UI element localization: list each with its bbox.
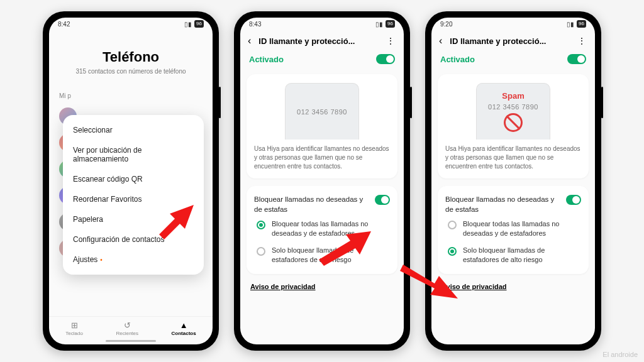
feature-description: Usa Hiya para identificar llamantes no d… — [445, 145, 581, 171]
more-button[interactable]: ⋮ — [382, 35, 399, 47]
contacts-count: 315 contactos con números de teléfono — [49, 68, 213, 75]
menu-settings[interactable]: Ajustes — [63, 250, 204, 270]
ban-icon — [504, 113, 523, 132]
status-bar: 8:43 ▯▮ 96 — [240, 18, 404, 30]
phone-mockup-2: 8:43 ▯▮ 96 ‹ ID llamante y protecció... … — [234, 11, 410, 351]
battery-icon: 96 — [194, 20, 204, 28]
more-button[interactable]: ⋮ — [574, 35, 590, 47]
contacts-icon: ▲ — [172, 321, 196, 330]
section-label: Mi p — [59, 92, 213, 99]
recents-icon: ↺ — [116, 321, 138, 330]
signal-icon: ▯▮ — [567, 21, 574, 28]
active-label: Activado — [440, 55, 475, 64]
phone-mockup-3: 9:20 ▯▮ 96 ‹ ID llamante y protecció... … — [425, 11, 601, 351]
signal-icon: ▯▮ — [184, 21, 192, 28]
radio-icon — [448, 221, 457, 229]
radio-icon — [448, 247, 457, 256]
block-title: Bloquear llamadas no deseadas y de estaf… — [254, 195, 370, 214]
master-toggle[interactable] — [567, 54, 586, 64]
signal-icon: ▯▮ — [375, 21, 383, 28]
page-title: ID llamante y protecció... — [450, 36, 569, 46]
privacy-notice-link[interactable]: Aviso de privacidad — [441, 283, 585, 290]
battery-icon: 96 — [577, 20, 586, 28]
mock-number: 012 3456 7890 — [488, 103, 538, 111]
option-block-all[interactable]: Bloquear todas las llamadas no deseadas … — [445, 214, 581, 241]
radio-icon — [257, 247, 265, 256]
nav-contacts[interactable]: ▲Contactos — [172, 321, 196, 336]
menu-scan-qr[interactable]: Escanear código QR — [63, 169, 204, 189]
status-bar: 9:20 ▯▮ 96 — [431, 18, 595, 30]
info-card: Spam 012 3456 7890 Usa Hiya para identif… — [438, 74, 589, 178]
phone-mockup-1: 8:42 ▯▮ 96 Teléfono 315 contactos con nú… — [43, 11, 219, 351]
status-time: 9:20 — [440, 21, 452, 28]
keypad-icon: ⊞ — [65, 321, 83, 330]
option-block-high-risk[interactable]: Solo bloquear llamadas de estafadores de… — [445, 241, 581, 267]
active-label: Activado — [249, 55, 284, 64]
overflow-menu: Seleccionar Ver por ubicación de almacen… — [63, 115, 204, 275]
bottom-nav: ⊞Teclado ↺Recientes ▲Contactos — [49, 316, 213, 339]
block-toggle[interactable] — [566, 195, 581, 205]
phone-illustration: 012 3456 7890 — [285, 83, 359, 140]
watermark: El androide — [602, 351, 638, 358]
battery-icon: 96 — [386, 20, 395, 28]
info-card: 012 3456 7890 Usa Hiya para identificar … — [247, 74, 397, 178]
app-title: Teléfono — [49, 49, 213, 65]
menu-reorder-favorites[interactable]: Reordenar Favoritos — [63, 189, 204, 209]
menu-contacts-settings[interactable]: Configuración de contactos — [63, 229, 204, 250]
block-title: Bloquear llamadas no deseadas y de estaf… — [445, 195, 561, 214]
menu-select[interactable]: Seleccionar — [63, 120, 204, 140]
menu-trash[interactable]: Papelera — [63, 209, 204, 229]
block-card: Bloquear llamadas no deseadas y de estaf… — [438, 186, 589, 274]
page-title: ID llamante y protecció... — [258, 36, 377, 46]
status-time: 8:43 — [249, 21, 261, 28]
privacy-notice-link[interactable]: Aviso de privacidad — [250, 283, 394, 290]
block-toggle[interactable] — [375, 195, 390, 205]
status-bar: 8:42 ▯▮ 96 — [49, 18, 213, 30]
spam-label: Spam — [502, 91, 524, 101]
mock-number: 012 3456 7890 — [297, 108, 347, 116]
back-button[interactable]: ‹ — [436, 34, 445, 48]
menu-storage-location[interactable]: Ver por ubicación de almacenamiento — [63, 140, 204, 169]
nav-keypad[interactable]: ⊞Teclado — [65, 321, 83, 336]
feature-description: Usa Hiya para identificar llamantes no d… — [254, 145, 390, 171]
master-toggle[interactable] — [376, 54, 395, 64]
option-block-high-risk[interactable]: Solo bloquear llamadas de estafadores de… — [254, 241, 390, 267]
back-button[interactable]: ‹ — [245, 34, 253, 48]
radio-icon — [257, 221, 265, 229]
nav-recents[interactable]: ↺Recientes — [116, 321, 138, 336]
block-card: Bloquear llamadas no deseadas y de estaf… — [247, 186, 397, 274]
option-block-all[interactable]: Bloquear todas las llamadas no deseadas … — [254, 214, 390, 241]
phone-illustration: Spam 012 3456 7890 — [476, 83, 550, 140]
status-time: 8:42 — [58, 21, 70, 28]
home-indicator — [106, 340, 156, 342]
